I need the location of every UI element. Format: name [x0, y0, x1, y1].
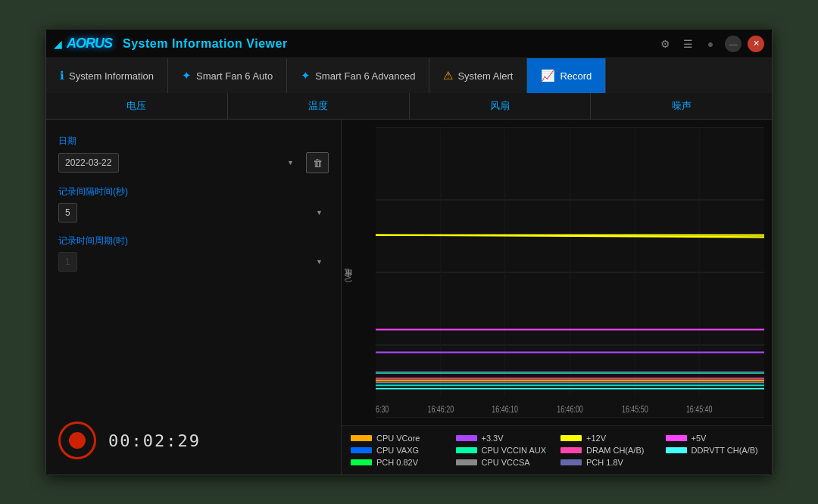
date-select[interactable]: 2022-03-22	[58, 153, 119, 173]
duration-select-wrapper: 1	[58, 252, 329, 272]
legend-label-ddrvtt: DDRVTT CH(A/B)	[692, 446, 758, 455]
fan-advanced-icon: ✦	[301, 69, 311, 82]
legend-label-vccsa: CPU VCCSA	[482, 458, 530, 467]
titlebar: ◢ AORUS System Information Viewer ⚙ ☰ ● …	[46, 30, 772, 58]
main-content: 日期 2022-03-22 🗑 记录间隔时间(秒) 5	[46, 120, 772, 474]
record-button[interactable]	[58, 422, 96, 459]
legend-item-vccsa: CPU VCCSA	[456, 458, 554, 467]
circle-icon[interactable]: ●	[702, 36, 719, 52]
tab-system-alert[interactable]: ⚠ System Alert	[429, 58, 527, 93]
titlebar-controls: ⚙ ☰ ● — ✕	[657, 36, 764, 52]
chart-container: 电压(V) 0	[342, 120, 772, 425]
tab-system-alert-label: System Alert	[457, 70, 513, 82]
alert-icon: ⚠	[443, 69, 453, 82]
tab-bar: ℹ System Information ✦ Smart Fan 6 Auto …	[46, 58, 772, 93]
tab-smart-fan-auto-label: Smart Fan 6 Auto	[196, 70, 273, 82]
legend-color-ddrvtt	[666, 447, 687, 453]
duration-field: 记录时间周期(时) 1	[58, 235, 329, 272]
chart-area: 电压(V) 0	[342, 120, 772, 474]
date-field: 日期 2022-03-22 🗑	[58, 135, 329, 173]
record-dot	[69, 432, 86, 449]
svg-text:16:45:40: 16:45:40	[686, 404, 713, 415]
minimize-button[interactable]: —	[725, 36, 742, 52]
tab-system-info[interactable]: ℹ System Information	[46, 58, 168, 93]
duration-select[interactable]: 1	[58, 252, 77, 272]
legend-color-pch18	[560, 459, 582, 465]
record-time: 00:02:29	[108, 431, 201, 450]
legend-label-pch082: PCH 0.82V	[376, 458, 418, 467]
sub-tab-voltage[interactable]: 电压	[46, 93, 228, 119]
date-field-row: 2022-03-22 🗑	[58, 152, 329, 173]
date-label: 日期	[58, 135, 329, 148]
tab-system-info-label: System Information	[69, 70, 154, 82]
legend-color-pch082	[351, 459, 372, 465]
tab-record[interactable]: 📈 Record	[527, 58, 606, 93]
legend-label-33v: +3.3V	[482, 434, 504, 443]
aorus-icon: ◢	[54, 38, 62, 50]
tab-smart-fan-advanced-label: Smart Fan 6 Advanced	[315, 70, 415, 82]
sub-tab-fan[interactable]: 风扇	[410, 93, 592, 119]
legend-item-cpuvcore: CPU VCore	[351, 434, 448, 443]
date-select-wrapper: 2022-03-22	[58, 153, 300, 173]
delete-button[interactable]: 🗑	[306, 152, 329, 173]
close-button[interactable]: ✕	[748, 36, 764, 52]
legend-color-dram	[560, 447, 582, 453]
logo-text: AORUS	[67, 36, 112, 51]
chart-svg: 0 5 10 15 20 16:46:30 16:46:20 16:46:10 …	[376, 127, 764, 418]
settings-icon[interactable]: ⚙	[657, 36, 673, 52]
legend-item-5v: +5V	[666, 434, 763, 443]
legend-color-5v	[666, 435, 687, 441]
legend-label-vccin-aux: CPU VCCIN AUX	[482, 446, 547, 455]
svg-text:16:46:10: 16:46:10	[492, 404, 518, 415]
legend-color-33v	[456, 435, 477, 441]
tab-smart-fan-auto[interactable]: ✦ Smart Fan 6 Auto	[168, 58, 287, 93]
legend-color-vccsa	[456, 459, 477, 465]
legend-item-33v: +3.3V	[456, 434, 554, 443]
duration-label: 记录时间周期(时)	[58, 235, 329, 247]
system-info-icon: ℹ	[60, 69, 64, 82]
legend-color-cpuvcore	[351, 435, 372, 441]
svg-text:16:46:30: 16:46:30	[376, 404, 389, 415]
logo-area: ◢ AORUS System Information Viewer	[54, 36, 288, 51]
svg-text:16:46:00: 16:46:00	[557, 404, 583, 415]
tab-smart-fan-advanced[interactable]: ✦ Smart Fan 6 Advanced	[287, 58, 429, 93]
legend-area: CPU VCore +3.3V +12V +5V CPU VAXG	[342, 425, 772, 474]
legend-label-dram: DRAM CH(A/B)	[586, 446, 644, 455]
legend-item-12v: +12V	[560, 434, 658, 443]
legend-item-dram: DRAM CH(A/B)	[560, 446, 658, 455]
legend-color-12v	[560, 435, 582, 441]
menu-icon[interactable]: ☰	[679, 36, 696, 52]
legend-label-cpuvaxg: CPU VAXG	[376, 446, 419, 455]
legend-label-pch18: PCH 1.8V	[586, 458, 623, 467]
legend-label-cpuvcore: CPU VCore	[376, 434, 420, 443]
legend-item-cpuvaxg: CPU VAXG	[351, 446, 448, 455]
interval-label: 记录间隔时间(秒)	[58, 185, 329, 198]
svg-text:16:46:20: 16:46:20	[428, 404, 454, 415]
y-axis-label: 电压(V)	[343, 272, 354, 282]
legend-label-12v: +12V	[586, 434, 606, 443]
legend-label-5v: +5V	[692, 434, 707, 443]
app-title: System Information Viewer	[123, 37, 288, 51]
record-icon: 📈	[541, 69, 555, 82]
legend-color-cpuvaxg	[351, 447, 372, 453]
main-window: ◢ AORUS System Information Viewer ⚙ ☰ ● …	[45, 29, 773, 475]
legend-item-pch082: PCH 0.82V	[351, 458, 448, 467]
sidebar: 日期 2022-03-22 🗑 记录间隔时间(秒) 5	[46, 120, 342, 474]
interval-select-wrapper: 5	[58, 203, 329, 222]
fan-auto-icon: ✦	[182, 69, 192, 82]
svg-text:16:45:50: 16:45:50	[622, 404, 648, 415]
legend-item-ddrvtt: DDRVTT CH(A/B)	[666, 446, 763, 455]
sub-tab-temperature[interactable]: 温度	[228, 93, 410, 119]
record-area: 00:02:29	[58, 406, 329, 459]
interval-field: 记录间隔时间(秒) 5	[58, 185, 329, 222]
legend-item-pch18: PCH 1.8V	[560, 458, 658, 467]
sub-tab-bar: 电压 温度 风扇 噪声	[46, 93, 772, 120]
tab-record-label: Record	[560, 70, 592, 82]
legend-color-vccin-aux	[456, 447, 477, 453]
sub-tab-noise[interactable]: 噪声	[591, 93, 772, 119]
interval-select[interactable]: 5	[58, 203, 77, 222]
legend-item-vccin-aux: CPU VCCIN AUX	[456, 446, 554, 455]
